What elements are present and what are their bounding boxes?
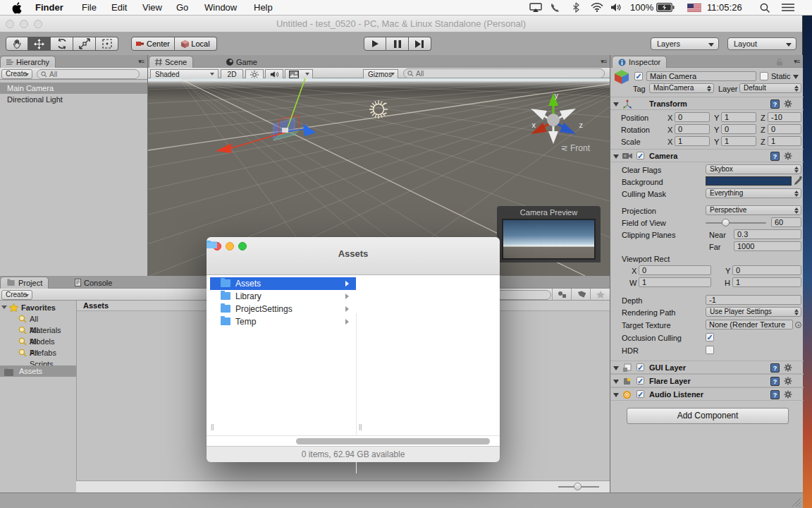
hierarchy-item-main-camera[interactable]: Main Camera [0, 83, 147, 94]
layer-dropdown[interactable]: Default [739, 83, 801, 93]
scene-tab[interactable]: Scene [149, 56, 193, 68]
clear-flags-dropdown[interactable]: Skybox [706, 164, 801, 174]
move-tool-button[interactable] [28, 37, 51, 51]
near-field[interactable]: 0.3 [734, 229, 801, 239]
project-assets-folder[interactable]: Assets [0, 365, 76, 377]
column-resize-handle[interactable]: || [359, 423, 362, 430]
help-icon[interactable]: ? [770, 390, 780, 399]
game-tab[interactable]: Game [222, 56, 262, 68]
audio-listener-header[interactable]: ✓ Audio Listener ? [610, 387, 804, 401]
scene-search-input[interactable]: All [403, 68, 605, 78]
menu-edit[interactable]: Edit [111, 0, 127, 16]
projection-dropdown[interactable]: Perspective [706, 205, 801, 215]
menu-view[interactable]: View [142, 0, 162, 16]
front-view-label[interactable]: ⋜ Front [561, 143, 590, 153]
culling-mask-dropdown[interactable]: Everything [706, 188, 801, 198]
finder-item-projectsettings[interactable]: ProjectSettings [210, 303, 356, 315]
help-icon[interactable]: ? [770, 99, 780, 109]
scale-tool-button[interactable] [73, 37, 96, 51]
viewport-x-field[interactable]: 0 [639, 265, 711, 275]
fov-slider-knob[interactable] [722, 219, 730, 226]
hierarchy-search-input[interactable]: All [37, 69, 140, 79]
finder-item-temp[interactable]: Temp [210, 315, 356, 328]
fov-slider-track[interactable] [706, 222, 766, 224]
viewport-h-field[interactable]: 1 [732, 277, 801, 287]
hierarchy-menu-icon[interactable]: ▾≡ [138, 58, 144, 65]
project-tab[interactable]: Project [0, 277, 49, 289]
camera-enabled-checkbox[interactable]: ✓ [636, 152, 644, 159]
scene-menu-icon[interactable]: ▾≡ [601, 58, 606, 65]
flare-layer-checkbox[interactable]: ✓ [636, 377, 644, 385]
gear-icon[interactable] [784, 152, 793, 161]
object-picker-icon[interactable] [795, 322, 801, 328]
static-dropdown-icon[interactable] [793, 75, 799, 79]
search-favorites-button[interactable] [591, 289, 610, 301]
help-icon[interactable]: ? [770, 152, 780, 161]
menu-go[interactable]: Go [176, 0, 188, 16]
menu-clock[interactable]: 11:05:26 [707, 0, 742, 16]
position-z-field[interactable]: -10 [768, 112, 801, 122]
help-icon[interactable]: ? [770, 363, 780, 373]
rect-tool-button[interactable] [96, 37, 118, 51]
search-by-label-button[interactable] [572, 289, 591, 301]
help-icon[interactable]: ? [770, 377, 780, 386]
inspector-tab[interactable]: Inspector [612, 56, 667, 68]
gui-layer-checkbox[interactable]: ✓ [636, 363, 644, 371]
gameobject-active-checkbox[interactable]: ✓ [634, 72, 643, 80]
rendering-path-dropdown[interactable]: Use Player Settings [706, 307, 801, 317]
column-resize-handle[interactable]: || [211, 423, 214, 430]
gear-icon[interactable] [784, 99, 793, 109]
inspector-menu-icon[interactable]: ▾≡ [794, 58, 799, 65]
foldout-arrow-icon[interactable] [1, 306, 7, 309]
apple-menu-icon[interactable] [12, 0, 22, 16]
hierarchy-create-button[interactable]: Create [1, 69, 32, 79]
foldout-arrow-icon[interactable] [613, 366, 619, 370]
finder-scrollbar[interactable] [207, 435, 500, 446]
rotation-y-field[interactable]: 0 [721, 124, 756, 134]
occlusion-culling-checkbox[interactable]: ✓ [706, 333, 714, 341]
depth-field[interactable]: -1 [706, 295, 801, 305]
gear-icon[interactable] [784, 363, 793, 373]
eyedropper-icon[interactable] [794, 176, 803, 186]
gear-icon[interactable] [784, 377, 793, 386]
transform-component-header[interactable]: Transform ? [610, 97, 804, 110]
foldout-arrow-icon[interactable] [613, 102, 619, 107]
position-y-field[interactable]: 1 [721, 112, 756, 122]
rotation-x-field[interactable]: 0 [675, 124, 710, 134]
flare-layer-header[interactable]: ✓ Flare Layer ? [610, 374, 804, 387]
menu-file[interactable]: File [82, 0, 97, 16]
gear-icon[interactable] [784, 390, 793, 399]
pause-button[interactable] [386, 37, 409, 51]
zoom-slider-knob[interactable] [574, 483, 582, 490]
scale-x-field[interactable]: 1 [675, 136, 710, 146]
menu-window[interactable]: Window [204, 0, 237, 16]
foldout-arrow-icon[interactable] [613, 155, 619, 159]
foldout-arrow-icon[interactable] [613, 393, 619, 397]
rotation-z-field[interactable]: 0 [768, 124, 801, 134]
fov-field[interactable]: 60 [771, 217, 801, 227]
gameobject-name-field[interactable]: Main Camera [646, 71, 756, 81]
viewport-w-field[interactable]: 1 [639, 277, 711, 287]
project-create-button[interactable]: Create [1, 290, 32, 300]
target-texture-field[interactable]: None (Render Texture [706, 320, 793, 329]
far-field[interactable]: 1000 [734, 241, 801, 251]
scale-z-field[interactable]: 1 [768, 136, 801, 146]
background-color-swatch[interactable] [706, 176, 792, 186]
lock-icon[interactable] [776, 58, 783, 66]
hierarchy-item-directional-light[interactable]: Directional Light [0, 94, 147, 105]
audio-listener-checkbox[interactable]: ✓ [636, 390, 644, 398]
camera-component-header[interactable]: ✓ Camera ? [610, 149, 804, 162]
hdr-checkbox[interactable] [706, 346, 714, 354]
hand-tool-button[interactable] [6, 37, 28, 51]
play-button[interactable] [364, 37, 386, 51]
pivot-local-button[interactable]: Local [175, 37, 217, 51]
unity-title-bar[interactable]: Untitled - test_0520 - PC, Mac & Linux S… [0, 16, 802, 32]
position-x-field[interactable]: 0 [675, 112, 710, 122]
viewport-y-field[interactable]: 0 [732, 265, 801, 275]
finder-title-bar[interactable]: Assets [207, 237, 500, 275]
menu-finder[interactable]: Finder [35, 0, 63, 16]
pivot-center-button[interactable]: Center [131, 37, 175, 51]
rotate-tool-button[interactable] [51, 37, 73, 51]
layers-dropdown[interactable]: Layers [651, 37, 719, 50]
scale-y-field[interactable]: 1 [721, 136, 756, 146]
